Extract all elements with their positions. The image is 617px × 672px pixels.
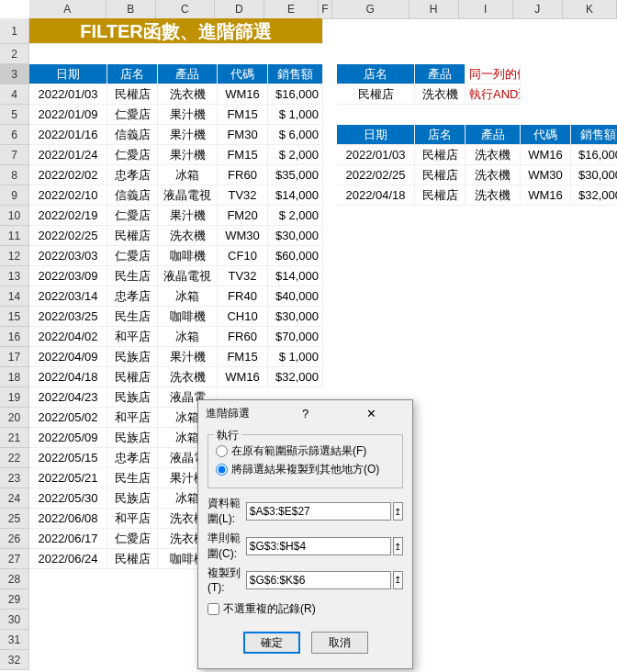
radio-copy-to[interactable] [216,464,228,476]
cell-A9[interactable]: 2022/02/10 [29,185,107,206]
cell-B19[interactable]: 民族店 [107,387,158,408]
cell-E5[interactable]: $ 1,000 [268,105,323,125]
cell-D8[interactable]: FR60 [218,165,268,185]
cell-J6[interactable]: 代碼 [521,125,571,145]
cell-B26[interactable]: 仁愛店 [107,529,158,549]
cell-D17[interactable]: FM15 [218,347,268,367]
cell-G3[interactable]: 店名 [337,64,415,84]
row-header-7[interactable]: 7 [0,145,29,165]
cell-A21[interactable]: 2022/05/09 [29,428,107,448]
cell-A19[interactable]: 2022/04/23 [29,387,107,408]
row-header-23[interactable]: 23 [0,468,29,488]
range-select-icon[interactable]: ↥ [393,571,403,589]
cell-C7[interactable]: 果汁機 [158,145,218,165]
cell-B14[interactable]: 忠孝店 [107,286,158,307]
cell-C4[interactable]: 洗衣機 [158,84,218,105]
cell-C9[interactable]: 液晶電視 [158,185,218,206]
cell-B10[interactable]: 仁愛店 [107,206,158,226]
col-header-B[interactable]: B [107,0,156,18]
cell-B4[interactable]: 民權店 [107,84,158,105]
cell-B9[interactable]: 信義店 [107,185,158,206]
row-header-30[interactable]: 30 [0,610,29,630]
row-header-19[interactable]: 19 [0,387,29,408]
cell-C5[interactable]: 果汁機 [158,105,218,125]
cell-E15[interactable]: $30,000 [268,307,323,327]
row-header-15[interactable]: 15 [0,307,29,327]
cell-J7[interactable]: WM16 [521,145,571,165]
cell-A8[interactable]: 2022/02/02 [29,165,107,185]
row-header-16[interactable]: 16 [0,327,29,347]
cell-A17[interactable]: 2022/04/09 [29,347,107,367]
radio-filter-inplace[interactable] [216,445,228,457]
cell-B17[interactable]: 民族店 [107,347,158,367]
cell-I3[interactable]: 同一列的條件 [466,64,521,84]
row-header-27[interactable]: 27 [0,549,29,569]
list-range-input[interactable] [246,502,391,521]
cell-A22[interactable]: 2022/05/15 [29,448,107,468]
cell-A18[interactable]: 2022/04/18 [29,367,107,387]
cell-E8[interactable]: $35,000 [268,165,323,185]
cell-D4[interactable]: WM16 [218,84,268,105]
cell-H7[interactable]: 民權店 [415,145,466,165]
col-header-D[interactable]: D [215,0,264,18]
col-header-I[interactable]: I [459,0,513,18]
help-icon[interactable]: ? [272,407,338,420]
row-header-26[interactable]: 26 [0,529,29,549]
cell-A14[interactable]: 2022/03/14 [29,286,107,307]
cell-I4[interactable]: 執行AND運算 [466,84,521,105]
cell-A4[interactable]: 2022/01/03 [29,84,107,105]
cell-I9[interactable]: 洗衣機 [466,185,521,206]
col-header-K[interactable]: K [563,0,617,18]
cell-I8[interactable]: 洗衣機 [466,165,521,185]
cell-C17[interactable]: 果汁機 [158,347,218,367]
cell-C14[interactable]: 冰箱 [158,286,218,307]
cell-G9[interactable]: 2022/04/18 [337,185,415,206]
cell-J9[interactable]: WM16 [521,185,571,206]
cell-E4[interactable]: $16,000 [268,84,323,105]
cell-E16[interactable]: $70,000 [268,327,323,347]
cell-E6[interactable]: $ 6,000 [268,125,323,145]
cell-D15[interactable]: CH10 [218,307,268,327]
cell-D16[interactable]: FR60 [218,327,268,347]
row-header-28[interactable]: 28 [0,569,29,589]
cell-G7[interactable]: 2022/01/03 [337,145,415,165]
cell-B23[interactable]: 民生店 [107,468,158,488]
cell-C18[interactable]: 洗衣機 [158,367,218,387]
col-header-H[interactable]: H [409,0,459,18]
cell-D5[interactable]: FM15 [218,105,268,125]
cell-A13[interactable]: 2022/03/09 [29,266,107,286]
cell-H4[interactable]: 洗衣機 [415,84,466,105]
criteria-range-input[interactable] [246,537,391,555]
row-header-6[interactable]: 6 [0,125,29,145]
row-header-1[interactable]: 1 [0,18,29,44]
cell-B22[interactable]: 忠孝店 [107,448,158,468]
row-header-17[interactable]: 17 [0,347,29,367]
cell-A6[interactable]: 2022/01/16 [29,125,107,145]
cell-B16[interactable]: 和平店 [107,327,158,347]
cell-K6[interactable]: 銷售額 [571,125,617,145]
cell-A20[interactable]: 2022/05/02 [29,408,107,428]
cell-I6[interactable]: 產品 [466,125,521,145]
col-header-C[interactable]: C [156,0,215,18]
cell-E9[interactable]: $14,000 [268,185,323,206]
row-header-5[interactable]: 5 [0,105,29,125]
cell-K9[interactable]: $32,000 [571,185,617,206]
row-header-21[interactable]: 21 [0,428,29,448]
row-header-29[interactable]: 29 [0,589,29,610]
col-header-G[interactable]: G [332,0,409,18]
cell-G6[interactable]: 日期 [337,125,415,145]
cell-D9[interactable]: TV32 [218,185,268,206]
row-header-31[interactable]: 31 [0,630,29,650]
cell-C8[interactable]: 冰箱 [158,165,218,185]
row-header-2[interactable]: 2 [0,44,29,64]
row-header-22[interactable]: 22 [0,448,29,468]
cell-E11[interactable]: $30,000 [268,226,323,246]
row-header-20[interactable]: 20 [0,408,29,428]
cell-C13[interactable]: 液晶電視 [158,266,218,286]
cell-E7[interactable]: $ 2,000 [268,145,323,165]
cell-A26[interactable]: 2022/06/17 [29,529,107,549]
cell-D13[interactable]: TV32 [218,266,268,286]
cell-B25[interactable]: 和平店 [107,509,158,529]
cell-J8[interactable]: WM30 [521,165,571,185]
row-header-10[interactable]: 10 [0,206,29,226]
